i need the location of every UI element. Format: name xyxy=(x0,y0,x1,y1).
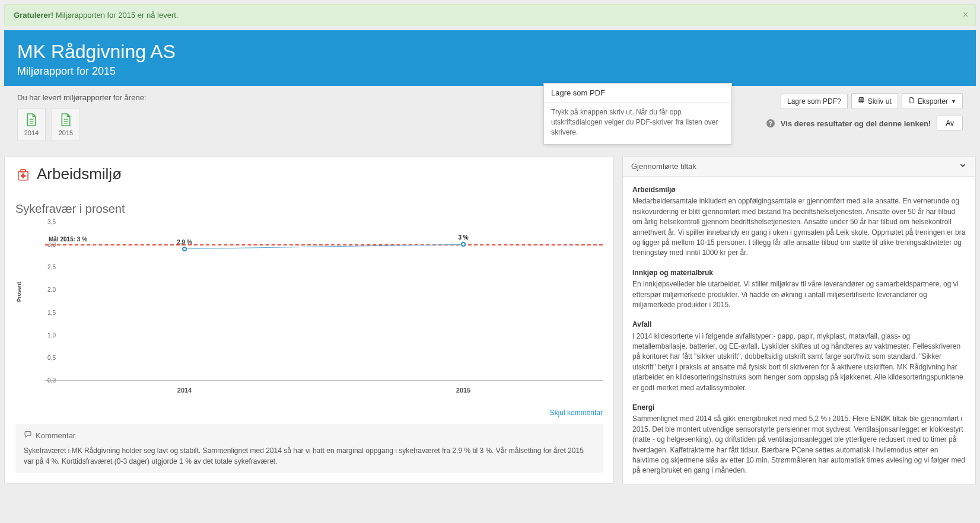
hide-comment-link[interactable]: Skjul kommentar xyxy=(550,409,603,417)
file-icon xyxy=(908,97,915,106)
section-body: Medarbeidersamtale inkludert en oppfølgi… xyxy=(632,196,966,258)
close-icon[interactable]: × xyxy=(963,9,968,20)
section-body: I 2014 kildesorterte vi i følgende avfal… xyxy=(632,331,966,393)
section-body: En innkjøpsveileder ble utarbeidet. Vi s… xyxy=(632,279,966,310)
data-point xyxy=(182,247,187,251)
tiltak-body: ArbeidsmiljøMedarbeidersamtale inkludert… xyxy=(623,177,975,484)
chevron-down-icon xyxy=(959,161,967,171)
success-alert: Gratulerer! Miljørapporten for 2015 er n… xyxy=(4,4,976,26)
plot-region: 0,00,51,01,52,02,53,03,5Mål 2015: 3 %2,9… xyxy=(45,222,603,381)
print-icon xyxy=(858,97,865,106)
save-pdf-button[interactable]: Lagre som PDF? xyxy=(781,94,848,109)
share-bar: ? Vis deres resultater og del denne lenk… xyxy=(766,116,963,131)
years-bar: Du har levert miljørapporter for årene: … xyxy=(4,86,976,152)
caret-down-icon: ▼ xyxy=(951,98,956,104)
tooltip-title: Lagre som PDF xyxy=(544,84,731,103)
section-heading: Energi xyxy=(632,403,966,413)
speech-bubble-icon xyxy=(24,430,32,442)
arbeidsmiljo-panel: Arbeidsmiljø Sykefravær i prosent Prosen… xyxy=(4,156,614,484)
data-label: 3 % xyxy=(458,234,468,241)
company-title: MK Rådgivning AS xyxy=(17,41,963,63)
alert-strong: Gratulerer! xyxy=(14,11,53,20)
report-subtitle: Miljørapport for 2015 xyxy=(17,65,963,78)
chart-area: Prosent 0,00,51,01,52,02,53,03,5Mål 2015… xyxy=(32,222,603,400)
comment-heading: Kommentar xyxy=(36,430,75,442)
svg-rect-10 xyxy=(21,169,26,171)
tiltak-panel: Gjennomførte tiltak ArbeidsmiljøMedarbei… xyxy=(622,156,976,485)
data-label: 2,9 % xyxy=(177,239,192,245)
medical-icon xyxy=(15,167,31,182)
section-body: Sammenlignet med 2014 så gikk energibruk… xyxy=(632,414,966,476)
chart-title: Sykefravær i prosent xyxy=(15,202,603,216)
data-point xyxy=(461,242,466,247)
page-header: MK Rådgivning AS Miljørapport for 2015 xyxy=(4,30,976,86)
comment-box: Kommentar Sykefraværet i MK Rådgivning h… xyxy=(15,424,603,473)
alert-text: Miljørapporten for 2015 er nå levert. xyxy=(53,11,178,20)
comment-body: Sykefraværet i MK Rådgivning holder seg … xyxy=(24,445,594,467)
share-toggle-button[interactable]: Av xyxy=(937,116,963,131)
info-icon[interactable]: ? xyxy=(766,119,775,127)
share-text: Vis deres resultater og del denne lenken… xyxy=(781,119,931,128)
year-tile-2015[interactable]: 2015 xyxy=(52,108,80,141)
export-button[interactable]: Eksporter ▼ xyxy=(902,93,963,109)
section-heading: Innkjøp og materialbruk xyxy=(632,268,966,278)
x-tick: 2015 xyxy=(456,387,470,394)
x-tick: 2014 xyxy=(177,387,192,394)
data-line xyxy=(45,222,603,380)
pdf-tooltip: Lagre som PDF Trykk på knappen skriv ut.… xyxy=(543,83,732,145)
section-heading: Arbeidsmiljø xyxy=(632,185,966,195)
tooltip-body: Trykk på knappen skriv ut. Når du får op… xyxy=(544,103,731,144)
tiltak-header[interactable]: Gjennomførte tiltak xyxy=(623,157,975,177)
year-tile-2014[interactable]: 2014 xyxy=(17,108,46,141)
section-heading: Avfall xyxy=(632,320,966,330)
y-axis-label: Prosent xyxy=(16,282,22,302)
print-button[interactable]: Skriv ut xyxy=(851,93,898,109)
panel-title: Arbeidsmiljø xyxy=(37,165,122,183)
svg-rect-12 xyxy=(21,174,26,176)
toolbar: Lagre som PDF? Skriv ut Eksporter ▼ xyxy=(781,93,963,109)
